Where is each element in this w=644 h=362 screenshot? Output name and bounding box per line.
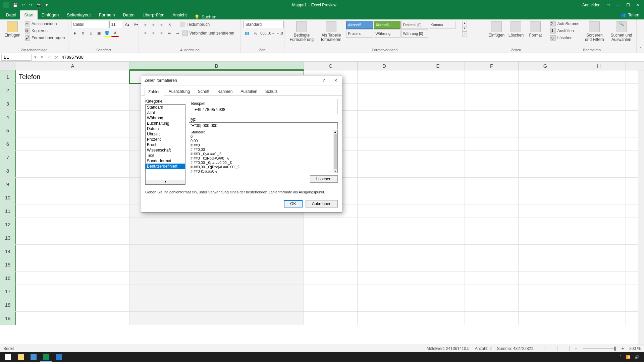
format-item[interactable]: #.##0 [189,143,337,147]
col-header-E[interactable]: E [411,62,465,70]
cell-D9[interactable] [358,178,411,191]
dialog-tab-zahlen[interactable]: Zahlen [145,88,164,96]
close-icon[interactable]: ✕ [636,3,639,7]
tab-start[interactable]: Start [20,10,37,19]
tab-daten[interactable]: Daten [119,10,139,19]
tell-me-search[interactable]: 💡 Suchen [194,14,216,19]
align-middle-button[interactable]: ≡ [150,21,157,28]
cell-G16[interactable] [519,272,572,285]
cell-D12[interactable] [358,218,411,231]
sort-filter-button[interactable]: Sortieren und Filtern [582,21,607,43]
vertical-scrollbar[interactable] [638,70,644,349]
cell-D17[interactable] [358,285,411,298]
cell-A13[interactable] [16,231,129,244]
cell-G5[interactable] [519,124,572,137]
style-prozent[interactable]: Prozent [346,29,373,38]
cell-H19[interactable] [572,312,626,325]
tab-einfuegen[interactable]: Einfügen [38,10,63,19]
cell-D13[interactable] [358,231,411,244]
cell-H8[interactable] [572,164,626,177]
fill-button[interactable]: ⬇Ausfüllen [550,28,580,34]
format-list-scroll[interactable]: ▴▾ [333,130,337,173]
row-header-5[interactable]: 5 [0,124,16,137]
cell-A3[interactable] [16,97,129,110]
tab-formeln[interactable]: Formeln [95,10,119,19]
view-normal-button[interactable] [539,346,545,351]
view-pagelayout-button[interactable] [551,346,557,351]
gallery-scroll[interactable]: ▴▾▿ [462,21,467,37]
cell-H10[interactable] [572,191,626,204]
cell-F6[interactable] [465,137,519,150]
format-item[interactable]: 0 [189,134,337,139]
clear-button[interactable]: ◇Löschen [550,35,580,41]
category-item[interactable]: Buchhaltung [146,121,185,126]
cancel-button[interactable]: Abbrechen [306,200,338,207]
font-size-combo[interactable]: 11 [109,21,122,28]
delete-format-button[interactable]: Löschen [310,175,338,183]
undo-icon[interactable]: ↶ [22,3,25,7]
cell-G2[interactable] [519,84,572,97]
col-header-B[interactable]: B [129,62,304,70]
cell-B19[interactable] [129,312,304,325]
cell-F16[interactable] [465,272,519,285]
cell-D4[interactable] [358,111,411,124]
cell-B16[interactable] [129,272,304,285]
cell-C19[interactable] [304,312,358,325]
cell-E17[interactable] [411,285,465,298]
category-scroll[interactable]: ▾ [146,180,185,184]
sign-in-link[interactable]: Anmelden [582,3,600,7]
cell-F7[interactable] [465,151,519,164]
cell-E4[interactable] [411,111,465,124]
category-list[interactable]: StandardZahlWährungBuchhaltungDatumUhrze… [145,104,185,185]
save-icon[interactable]: 💾 [13,3,18,7]
tab-datei[interactable]: Datei [2,10,20,19]
style-dezimal[interactable]: Dezimal [0] [401,21,428,29]
cell-F12[interactable] [465,218,519,231]
italic-button[interactable]: K [79,29,87,37]
cell-B18[interactable] [129,298,304,311]
cell-F18[interactable] [465,298,519,311]
collapse-ribbon-button[interactable]: ˄ [637,19,644,53]
wrap-text-button[interactable]: Textumbruch [179,21,210,27]
cell-H16[interactable] [572,272,626,285]
tab-seitenlayout[interactable]: Seitenlayout [63,10,95,19]
cell-A6[interactable] [16,137,129,150]
cell-G18[interactable] [519,298,572,311]
taskbar-app1[interactable] [28,352,40,362]
row-header-4[interactable]: 4 [0,111,16,124]
row-header-9[interactable]: 9 [0,178,16,191]
cell-D2[interactable] [358,84,411,97]
dialog-title-bar[interactable]: Zellen formatieren ? ✕ [141,75,342,85]
row-header-13[interactable]: 13 [0,231,16,244]
zoom-out-button[interactable]: − [575,346,577,351]
select-all-corner[interactable] [0,62,16,70]
category-item[interactable]: Währung [146,115,185,121]
cell-D7[interactable] [358,151,411,164]
cell-A17[interactable] [16,285,129,298]
autosum-button[interactable]: ΣAutoSumme [550,21,580,27]
conditional-format-button[interactable]: Bedingte Formatierung [287,21,316,43]
cell-H7[interactable] [572,151,626,164]
share-button[interactable]: 👥 Teilen [616,10,644,19]
cell-C16[interactable] [304,272,358,285]
cell-G3[interactable] [519,97,572,110]
cell-D18[interactable] [358,298,411,311]
cell-G17[interactable] [519,285,572,298]
cell-B17[interactable] [129,285,304,298]
start-button[interactable] [2,352,14,362]
name-box-dropdown[interactable]: ▾ [33,55,38,60]
row-header-18[interactable]: 18 [0,298,16,311]
category-item[interactable]: Standard [146,105,185,110]
cell-E16[interactable] [411,272,465,285]
cell-F17[interactable] [465,285,519,298]
cell-A18[interactable] [16,298,129,311]
format-cells-button[interactable]: Format [527,21,544,38]
ribbon-display-icon[interactable]: ▭ [606,3,610,7]
cell-A16[interactable] [16,272,129,285]
category-item[interactable]: Zahl [146,110,185,115]
cell-G9[interactable] [519,178,572,191]
cell-A11[interactable] [16,204,129,218]
cell-H17[interactable] [572,285,626,298]
cell-H1[interactable] [572,70,626,83]
col-header-G[interactable]: G [519,62,572,70]
